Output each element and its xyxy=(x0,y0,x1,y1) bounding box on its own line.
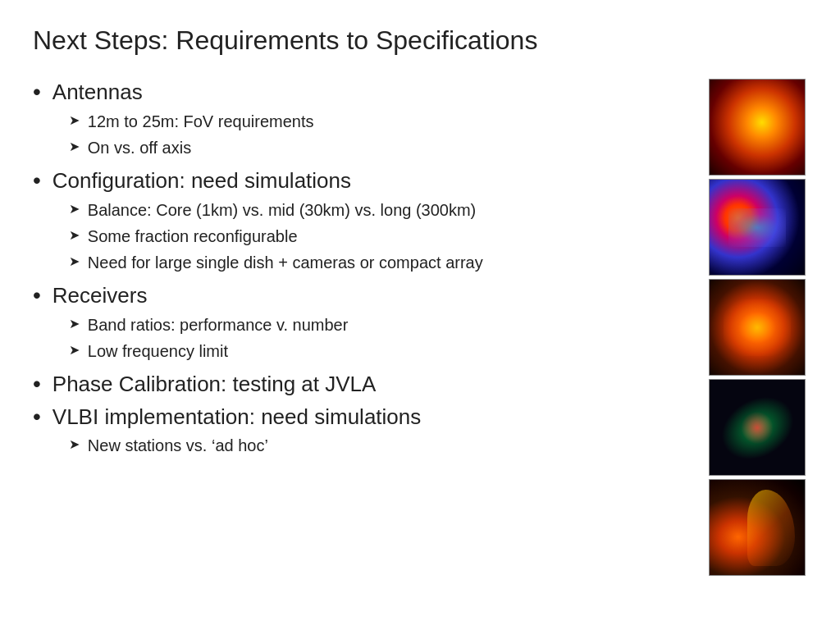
sub-list-configuration: ➤ Balance: Core (1km) vs. mid (30km) vs.… xyxy=(52,199,483,274)
sub-item: ➤ Balance: Core (1km) vs. mid (30km) vs.… xyxy=(52,199,483,221)
content-area: • Antennas ➤ 12m to 25m: FoV requirement… xyxy=(33,79,807,594)
images-area xyxy=(709,79,807,594)
sub-item: ➤ Low frequency limit xyxy=(52,340,349,363)
arrow-icon: ➤ xyxy=(69,342,80,358)
bullet-dot: • xyxy=(33,372,41,395)
bullet-item-receivers: • Receivers ➤ Band ratios: performance v… xyxy=(33,282,692,366)
sub-list-receivers: ➤ Band ratios: performance v. number ➤ L… xyxy=(52,313,349,363)
bullet-item-phase-calibration: • Phase Calibration: testing at JVLA xyxy=(33,371,692,399)
image-star-disk xyxy=(709,79,806,176)
sub-item: ➤ Band ratios: performance v. number xyxy=(52,313,349,336)
bullet-label-phase-calibration: Phase Calibration: testing at JVLA xyxy=(52,372,377,396)
slide-container: Next Steps: Requirements to Specificatio… xyxy=(0,0,840,630)
bullet-item-antennas: • Antennas ➤ 12m to 25m: FoV requirement… xyxy=(33,79,692,162)
image-orange-nebula xyxy=(709,279,806,376)
sub-item: ➤ New stations vs. ‘ad hoc’ xyxy=(52,434,421,457)
bullet-item-vlbi: • VLBI implementation: need simulations … xyxy=(33,404,692,461)
bullet-label-vlbi: VLBI implementation: need simulations xyxy=(52,404,421,429)
bullet-content: Antennas ➤ 12m to 25m: FoV requirements … xyxy=(52,79,314,162)
bullet-dot: • xyxy=(33,169,41,192)
sub-text: Balance: Core (1km) vs. mid (30km) vs. l… xyxy=(88,199,476,221)
sub-text: On vs. off axis xyxy=(88,136,191,159)
image-star-explosion xyxy=(709,479,806,576)
sub-text: Low frequency limit xyxy=(88,340,228,363)
sub-list-vlbi: ➤ New stations vs. ‘ad hoc’ xyxy=(52,434,421,457)
bullet-item-configuration: • Configuration: need simulations ➤ Bala… xyxy=(33,167,692,277)
bullet-content: VLBI implementation: need simulations ➤ … xyxy=(52,404,421,461)
sub-list-antennas: ➤ 12m to 25m: FoV requirements ➤ On vs. … xyxy=(52,110,314,159)
bullet-list: • Antennas ➤ 12m to 25m: FoV requirement… xyxy=(33,79,692,460)
sub-item: ➤ On vs. off axis xyxy=(52,136,314,159)
bullet-dot: • xyxy=(33,284,41,307)
sub-text: Band ratios: performance v. number xyxy=(88,313,349,336)
image-green-red-jets xyxy=(709,379,806,476)
arrow-icon: ➤ xyxy=(69,227,80,243)
bullet-content: Configuration: need simulations ➤ Balanc… xyxy=(52,167,483,277)
bullet-content: Phase Calibration: testing at JVLA xyxy=(52,371,377,399)
arrow-icon: ➤ xyxy=(69,436,80,452)
sub-text: 12m to 25m: FoV requirements xyxy=(88,110,314,133)
arrow-icon: ➤ xyxy=(69,139,80,154)
arrow-icon: ➤ xyxy=(69,253,80,269)
slide-title: Next Steps: Requirements to Specificatio… xyxy=(33,25,807,56)
bullet-label-configuration: Configuration: need simulations xyxy=(52,168,351,193)
sub-text: New stations vs. ‘ad hoc’ xyxy=(88,434,268,457)
bullet-label-antennas: Antennas xyxy=(52,80,143,104)
bullet-dot: • xyxy=(33,80,41,103)
sub-text: Need for large single dish + cameras or … xyxy=(88,251,483,274)
image-galaxy-jets xyxy=(709,179,806,276)
text-area: • Antennas ➤ 12m to 25m: FoV requirement… xyxy=(33,79,709,594)
sub-item: ➤ 12m to 25m: FoV requirements xyxy=(52,110,314,133)
bullet-dot: • xyxy=(33,405,41,428)
arrow-icon: ➤ xyxy=(69,112,80,128)
arrow-icon: ➤ xyxy=(69,201,80,217)
sub-item: ➤ Some fraction reconfigurable xyxy=(52,225,483,248)
arrow-icon: ➤ xyxy=(69,316,80,331)
bullet-label-receivers: Receivers xyxy=(52,283,148,308)
bullet-content: Receivers ➤ Band ratios: performance v. … xyxy=(52,282,349,366)
sub-item: ➤ Need for large single dish + cameras o… xyxy=(52,251,483,274)
sub-text: Some fraction reconfigurable xyxy=(88,225,298,248)
